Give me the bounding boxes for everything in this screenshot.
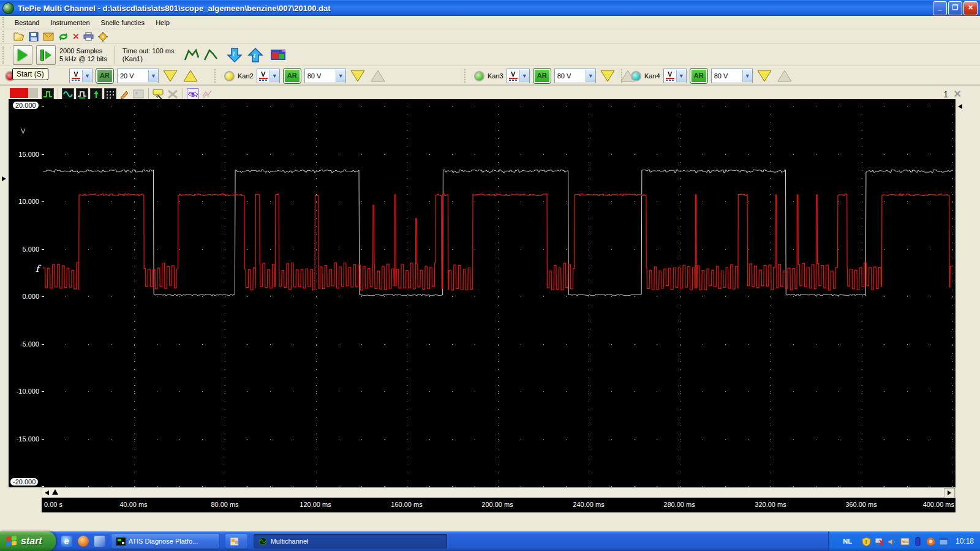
kan2-color-icon[interactable]: [224, 71, 235, 81]
menu-instrumenten[interactable]: Instrumenten: [45, 18, 95, 28]
task-multichannel[interactable]: Multichannel: [254, 534, 447, 549]
erase-trace-icon[interactable]: [201, 88, 213, 100]
avast-orb-icon[interactable]: [926, 537, 935, 546]
chevron-down-icon[interactable]: ▼: [519, 70, 529, 82]
chevron-down-icon[interactable]: ▼: [336, 70, 345, 82]
save-icon[interactable]: [29, 32, 39, 42]
security-shield-icon[interactable]: !: [862, 537, 871, 546]
kan4-range-down-icon[interactable]: [756, 69, 773, 83]
y-axis[interactable]: 20.000 V 15.000 10.000 5.000 0.000 -5.00…: [9, 99, 42, 487]
volume-icon[interactable]: [888, 537, 897, 546]
kan4-range-select[interactable]: 80 V ▼: [711, 69, 753, 83]
samples-grid-icon[interactable]: [104, 88, 116, 100]
separator: [58, 88, 58, 100]
peak-wave-icon-1[interactable]: [184, 48, 200, 62]
scroll-right-button[interactable]: [944, 488, 955, 498]
kan2-autorange-button[interactable]: AR: [283, 68, 301, 84]
battery-icon[interactable]: [913, 537, 922, 546]
peak-wave-icon-2[interactable]: [203, 48, 219, 62]
kan1-autorange-button[interactable]: AR: [96, 68, 114, 84]
email-icon[interactable]: [43, 32, 54, 41]
axis-channel-color-red[interactable]: [10, 88, 28, 98]
kan3-color-icon[interactable]: [474, 71, 484, 81]
trigger-marker[interactable]: f: [36, 263, 39, 274]
kan3-range-down-icon[interactable]: [599, 69, 616, 83]
kan2-coupling-select[interactable]: V ▼: [257, 69, 280, 83]
channel-group-kan3: Kan3 V ▼ AR 80 V ▼: [462, 66, 636, 86]
menu-bestand[interactable]: Bestand: [9, 18, 45, 28]
updates-window-icon[interactable]: [939, 537, 948, 546]
start-button[interactable]: start: [0, 531, 56, 551]
scroll-marker-icon[interactable]: [52, 489, 58, 495]
kan1-range-up-icon[interactable]: [182, 69, 199, 83]
chevron-down-icon[interactable]: ▼: [676, 70, 686, 82]
kan1-range-down-icon[interactable]: [162, 69, 179, 83]
axis-channel-color-spare[interactable]: [28, 88, 38, 98]
start-measure-button[interactable]: [13, 45, 32, 65]
splitter-arrow-icon[interactable]: [958, 104, 962, 109]
y-max-pill[interactable]: 20.000: [12, 101, 39, 110]
chart-close-icon[interactable]: ✕: [954, 88, 962, 100]
delete-marker-icon[interactable]: [167, 88, 179, 100]
start-tooltip: Start (S): [12, 68, 48, 80]
quicklaunch-firefox-icon[interactable]: [78, 536, 89, 547]
chevron-down-icon[interactable]: ▼: [82, 70, 92, 82]
image-export-icon[interactable]: [132, 88, 145, 100]
sine-view-icon[interactable]: [62, 88, 74, 100]
plot-area[interactable]: [42, 99, 956, 487]
chevron-down-icon[interactable]: ▼: [742, 70, 752, 82]
waveform-canvas[interactable]: [42, 99, 956, 487]
menu-snelle-functies[interactable]: Snelle functies: [96, 18, 151, 28]
time-up-icon[interactable]: t: [247, 47, 263, 63]
layout-window-icon[interactable]: [271, 50, 285, 60]
print-icon[interactable]: [83, 32, 94, 41]
chevron-down-icon[interactable]: ▼: [270, 70, 279, 82]
kan1-coupling-select[interactable]: V ▼: [69, 69, 92, 83]
scanner-card-icon[interactable]: WA: [900, 537, 910, 546]
minimize-button[interactable]: _: [933, 1, 947, 15]
kan4-autorange-button[interactable]: AR: [690, 68, 708, 84]
display-muted-icon[interactable]: [875, 537, 884, 546]
task-unnamed[interactable]: [225, 534, 247, 549]
splitter-arrow-icon[interactable]: [2, 176, 6, 181]
hide-trace-eye-icon[interactable]: [187, 88, 199, 100]
chevron-down-icon[interactable]: ▼: [148, 70, 158, 82]
delete-icon[interactable]: ×: [73, 32, 79, 42]
kan3-autorange-button[interactable]: AR: [533, 68, 551, 84]
language-indicator[interactable]: NL: [843, 538, 852, 545]
kan3-coupling-select[interactable]: V ▼: [507, 69, 530, 83]
horizontal-scrollbar[interactable]: [42, 487, 956, 498]
comment-callout-icon[interactable]: [153, 88, 165, 100]
quicklaunch-ie-icon[interactable]: e: [61, 536, 72, 547]
restore-button[interactable]: ❐: [948, 1, 962, 15]
time-down-icon[interactable]: t: [227, 47, 243, 63]
autoscale-icon[interactable]: [90, 88, 102, 100]
scroll-left-icon[interactable]: [45, 490, 49, 495]
close-button[interactable]: ✕: [963, 1, 978, 15]
kan1-range-value: 20 V: [118, 72, 134, 80]
task-atis-diagnose[interactable]: ATIS Diagnose Platfo...: [111, 534, 219, 549]
y-min-pill[interactable]: -20.000: [10, 478, 39, 486]
kan2-range-down-icon[interactable]: [349, 69, 366, 83]
chevron-down-icon[interactable]: ▼: [586, 70, 595, 82]
right-splitter[interactable]: [956, 99, 968, 487]
clock[interactable]: 10:18: [956, 537, 974, 545]
kan2-range-select[interactable]: 80 V ▼: [304, 69, 346, 83]
kan4-color-icon[interactable]: [631, 71, 641, 81]
open-icon[interactable]: [13, 32, 24, 42]
kan4-coupling-select[interactable]: V ▼: [663, 69, 687, 83]
quicklaunch-app-icon[interactable]: [94, 536, 105, 547]
step-interpolation-icon[interactable]: [42, 88, 54, 100]
svg-text:!: !: [865, 539, 867, 545]
zoom-square-wave-icon[interactable]: [76, 88, 88, 100]
oneshot-button[interactable]: [36, 45, 56, 65]
refresh-icon[interactable]: [58, 32, 69, 42]
kan3-range-select[interactable]: 80 V ▼: [554, 69, 596, 83]
kan2-range-up-icon[interactable]: [369, 69, 386, 83]
kan4-range-up-icon[interactable]: [776, 69, 793, 83]
menu-help[interactable]: Help: [150, 18, 175, 28]
settings-gear-icon[interactable]: [98, 32, 108, 42]
kan1-range-select[interactable]: 20 V ▼: [117, 69, 159, 83]
channel-group-kan4: Kan4 V ▼ AR 80 V ▼: [619, 66, 793, 86]
pen-tool-icon[interactable]: [118, 88, 130, 100]
